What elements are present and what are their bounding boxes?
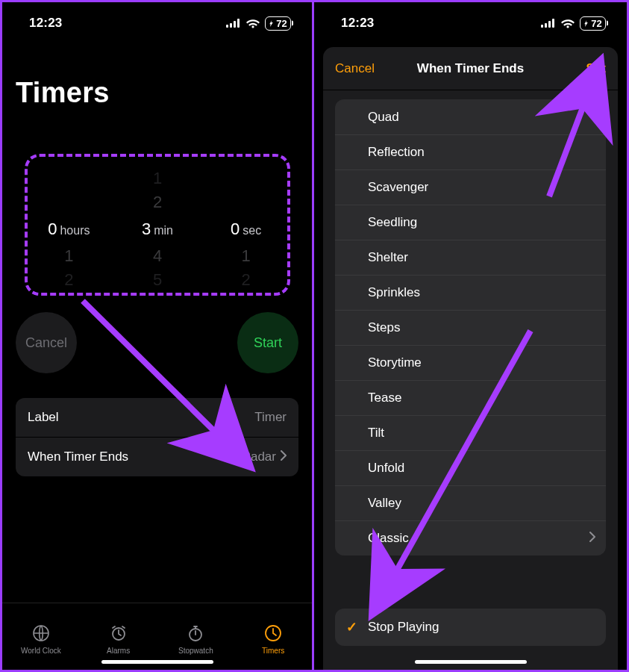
seconds-value: 0 <box>231 220 240 239</box>
sound-row[interactable]: Scavenger <box>335 169 606 205</box>
globe-icon <box>31 623 51 644</box>
sound-label: Reflection <box>368 145 606 160</box>
sound-row[interactable]: Tease <box>335 380 606 415</box>
hours-unit: hours <box>60 224 90 237</box>
status-time: 12:23 <box>29 16 62 31</box>
tab-world-clock[interactable]: World Clock <box>2 603 80 670</box>
set-button[interactable]: Set <box>586 47 606 90</box>
status-right: 72 <box>541 16 606 31</box>
sound-row[interactable]: Steps <box>335 310 606 345</box>
ends-value: Radar <box>242 449 276 464</box>
battery-pct: 72 <box>276 18 287 29</box>
page-title: Timers <box>16 77 110 109</box>
sound-label: Steps <box>368 320 606 335</box>
seconds-unit: sec <box>242 224 261 237</box>
sound-row[interactable]: Quad <box>335 99 606 134</box>
sound-row[interactable]: Tilt <box>335 415 606 450</box>
label-row[interactable]: Label Timer <box>16 398 298 437</box>
svg-rect-12 <box>552 19 554 28</box>
svg-rect-9 <box>541 25 543 28</box>
battery-icon: 72 <box>265 16 291 31</box>
sound-label: Scavenger <box>368 180 606 195</box>
svg-rect-3 <box>237 19 240 28</box>
svg-rect-0 <box>226 25 228 28</box>
alarm-icon <box>108 623 129 644</box>
sound-label: Tilt <box>368 426 606 441</box>
when-timer-ends-modal: Cancel When Timer Ends Set Quad Reflecti… <box>323 47 618 670</box>
label-value: Timer <box>254 410 287 425</box>
cellular-icon <box>226 19 241 28</box>
label-title: Label <box>28 410 59 425</box>
when-timer-ends-row[interactable]: When Timer Ends Radar <box>16 437 298 476</box>
sound-label: Valley <box>368 496 606 511</box>
sound-row[interactable]: Shelter <box>335 240 606 275</box>
chevron-right-icon <box>281 449 287 464</box>
wifi-icon <box>246 19 260 28</box>
sound-label: Classic <box>368 531 589 546</box>
timer-settings: Label Timer When Timer Ends Radar <box>16 398 298 476</box>
tab-label: World Clock <box>21 647 61 655</box>
home-indicator[interactable] <box>415 660 527 664</box>
minutes-unit: min <box>154 224 173 237</box>
sound-row[interactable]: Sprinkles <box>335 275 606 310</box>
stop-playing-card: ✓ Stop Playing <box>335 609 606 646</box>
check-icon: ✓ <box>335 619 368 635</box>
cellular-icon <box>541 19 556 28</box>
hours-value: 0 <box>48 220 57 239</box>
time-picker[interactable]: 0hours 1 2 1 2 3min 4 5 0sec 1 2 <box>25 155 290 297</box>
picker-seconds[interactable]: 0sec 1 2 <box>201 155 290 297</box>
sound-label: Storytime <box>368 355 606 370</box>
tab-timers[interactable]: Timers <box>234 603 312 670</box>
screenshot-right: 12:23 72 Cancel When Timer Ends Set Quad… <box>314 0 629 672</box>
sound-label: Sprinkles <box>368 285 606 300</box>
tab-label: Stopwatch <box>178 647 213 655</box>
minutes-value: 3 <box>142 220 151 239</box>
sound-row[interactable]: Seedling <box>335 205 606 240</box>
sound-row[interactable]: Storytime <box>335 345 606 380</box>
svg-rect-10 <box>545 23 547 28</box>
start-button[interactable]: Start <box>237 312 298 373</box>
status-right: 72 <box>226 16 291 31</box>
stop-playing-row[interactable]: ✓ Stop Playing <box>335 609 606 646</box>
sound-row[interactable]: Unfold <box>335 450 606 485</box>
status-bar: 12:23 72 <box>314 2 627 41</box>
timer-icon <box>263 623 284 644</box>
wifi-icon <box>561 19 575 28</box>
sound-row-classic[interactable]: Classic <box>335 520 606 556</box>
sound-row[interactable]: Valley <box>335 485 606 520</box>
cancel-button[interactable]: Cancel <box>335 47 375 90</box>
status-time: 12:23 <box>341 16 374 31</box>
stop-playing-label: Stop Playing <box>368 620 439 635</box>
picker-hours[interactable]: 0hours 1 2 <box>25 155 113 297</box>
sound-label: Shelter <box>368 250 606 265</box>
ends-title: When Timer Ends <box>28 449 128 464</box>
sound-label: Tease <box>368 391 606 405</box>
svg-rect-11 <box>548 21 551 28</box>
home-indicator[interactable] <box>101 660 213 664</box>
status-bar: 12:23 72 <box>2 2 312 41</box>
modal-header: Cancel When Timer Ends Set <box>323 47 618 90</box>
svg-rect-1 <box>230 23 232 28</box>
sound-label: Quad <box>368 110 606 125</box>
battery-pct: 72 <box>591 18 602 29</box>
tab-label: Alarms <box>107 647 130 655</box>
sound-label: Seedling <box>368 215 606 230</box>
stopwatch-icon <box>185 623 206 644</box>
picker-minutes[interactable]: 1 2 3min 4 5 <box>113 155 202 297</box>
sound-row[interactable]: Reflection <box>335 134 606 169</box>
battery-icon: 72 <box>580 16 606 31</box>
svg-rect-2 <box>234 21 236 28</box>
sound-list[interactable]: Quad Reflection Scavenger Seedling Shelt… <box>335 99 606 556</box>
sound-label: Unfold <box>368 461 606 476</box>
modal-title: When Timer Ends <box>417 61 524 76</box>
tab-label: Timers <box>262 647 284 655</box>
chevron-right-icon <box>589 532 606 545</box>
cancel-button[interactable]: Cancel <box>16 312 77 373</box>
screenshot-left: 12:23 72 Timers 0hours 1 2 1 2 3min 4 <box>0 0 314 672</box>
